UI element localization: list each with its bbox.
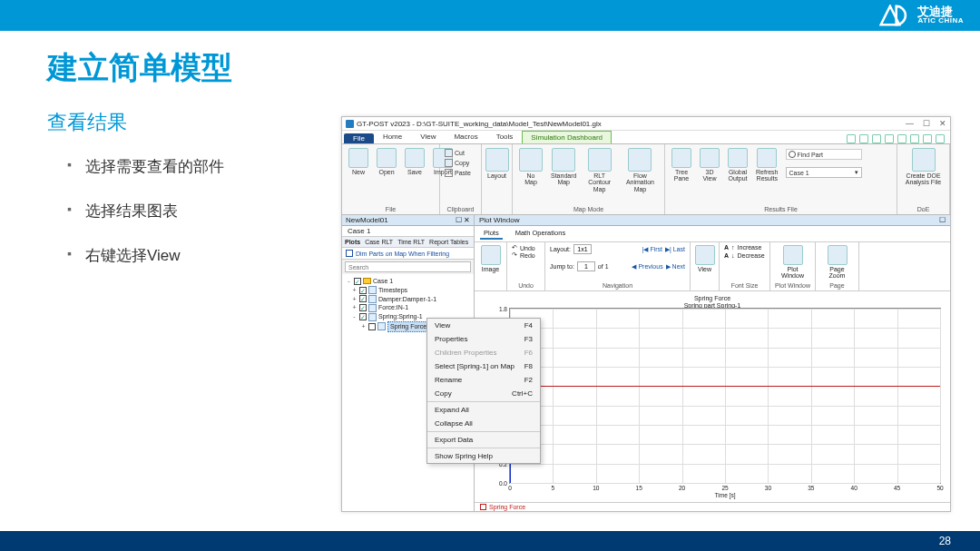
- logo-text-en: ATIC CHINA: [917, 17, 964, 25]
- plotwindow-button[interactable]: Plot Window: [775, 244, 810, 280]
- tab-caserlt[interactable]: Case RLT: [365, 239, 393, 245]
- app-icon: [346, 120, 354, 128]
- tab-view[interactable]: View: [411, 130, 445, 143]
- menu-item[interactable]: ViewF4: [427, 319, 540, 332]
- image-button[interactable]: Image: [479, 244, 502, 273]
- rltmap-button[interactable]: RLT Contour Map: [583, 147, 615, 193]
- ribbon: New Open Save Import File Cut Copy Paste…: [342, 144, 950, 215]
- tree-item[interactable]: +✓Timesteps: [344, 286, 472, 295]
- page-number: 28: [939, 535, 951, 547]
- tree-root[interactable]: -✓Case 1: [344, 277, 472, 286]
- pane-header: NewModel01 ☐ ✕: [342, 215, 474, 226]
- last-button[interactable]: ▶| Last: [665, 246, 685, 253]
- tab-report[interactable]: Report Tables: [429, 239, 468, 245]
- tree-item[interactable]: +✓Damper:Damper-1-1: [344, 295, 472, 304]
- find-part-input[interactable]: Find Part: [786, 149, 862, 160]
- doe-button[interactable]: Create DOE Analysis File: [902, 147, 945, 187]
- qat-icon[interactable]: [859, 134, 868, 143]
- ribbon-tabs: File Home View Macros Tools Simulation D…: [342, 131, 950, 144]
- flowanim-button[interactable]: Flow Animation Map: [621, 147, 660, 193]
- pagezoom-button[interactable]: Page Zoom: [820, 244, 854, 280]
- tab-macros[interactable]: Macros: [445, 130, 486, 143]
- undo-button[interactable]: ↶Undo: [512, 244, 540, 251]
- decrease-font-button[interactable]: A↓ Decrease: [724, 252, 765, 259]
- case-selector[interactable]: Case 1▾: [786, 167, 862, 178]
- group-label: Map Mode: [517, 204, 660, 212]
- menu-item[interactable]: Export Data: [427, 433, 540, 447]
- close-icon[interactable]: ✕: [939, 119, 946, 128]
- group-label: File: [347, 204, 435, 212]
- cut-button[interactable]: Cut: [445, 149, 476, 157]
- group-label: [486, 211, 507, 212]
- increase-font-button[interactable]: A↑ Increase: [724, 244, 765, 251]
- tab-home[interactable]: Home: [374, 130, 411, 143]
- case-header[interactable]: Case 1: [342, 226, 474, 237]
- 3dview-button[interactable]: 3D View: [698, 147, 721, 183]
- tree-search[interactable]: [345, 261, 471, 272]
- save-button[interactable]: Save: [403, 147, 426, 176]
- ribbon-group-results: Tree Pane 3D View Global Output Refresh …: [665, 144, 897, 214]
- menu-item[interactable]: Collapse All: [427, 417, 540, 430]
- slide-title: 建立简单模型: [47, 47, 980, 89]
- tab-plots[interactable]: Plots: [345, 239, 360, 245]
- tab-timerlt[interactable]: Time RLT: [397, 239, 425, 245]
- menu-item[interactable]: PropertiesF3: [427, 332, 540, 346]
- nomap-button[interactable]: No Map: [517, 147, 544, 193]
- qat-icon[interactable]: [872, 134, 881, 143]
- new-button[interactable]: New: [347, 147, 370, 176]
- next-button[interactable]: ▶ Next: [666, 263, 685, 271]
- pane-menu-icon[interactable]: ☐: [939, 216, 946, 224]
- paste-button[interactable]: Paste: [445, 169, 476, 177]
- qat-icon[interactable]: [897, 134, 906, 143]
- first-button[interactable]: |◀ First: [642, 246, 662, 253]
- plot-area[interactable]: 051015202530354045500.00.21.8Time [s]: [509, 308, 941, 484]
- globaloutput-button[interactable]: Global Output: [726, 147, 750, 183]
- ribbon-group-doe: Create DOE Analysis File DoE: [897, 144, 950, 214]
- copy-button[interactable]: Copy: [445, 159, 476, 167]
- ribbon-group-clipboard: Cut Copy Paste Clipboard: [440, 144, 482, 214]
- layout-select[interactable]: [573, 244, 592, 254]
- prev-button[interactable]: ◀ Previous: [632, 263, 662, 271]
- cut-icon: [445, 149, 453, 157]
- maximize-icon[interactable]: ☐: [923, 119, 930, 128]
- menu-item[interactable]: Select [Spring-1] on MapF8: [427, 359, 540, 373]
- close-icon[interactable]: ✕: [464, 216, 470, 224]
- tab-sim-dashboard[interactable]: Simulation Dashboard: [522, 131, 612, 143]
- qat-icon[interactable]: [847, 134, 856, 143]
- qat-icon[interactable]: [910, 134, 919, 143]
- view-button[interactable]: View: [695, 244, 714, 273]
- menu-item[interactable]: Expand All: [427, 403, 540, 417]
- standardmap-button[interactable]: Standard Map: [549, 147, 578, 193]
- ribbon-group-mapmode: No Map Standard Map RLT Contour Map Flow…: [513, 144, 665, 214]
- tab-plots[interactable]: Plots: [480, 228, 503, 240]
- pin-icon[interactable]: ☐: [456, 216, 462, 224]
- node-icon: [368, 313, 377, 321]
- plot-pane: Plot Window☐ Plots Math Operations Image…: [475, 215, 950, 511]
- refresh-button[interactable]: Refresh Results: [754, 147, 780, 183]
- plot-ribbon: Image ↶Undo ↷Redo Undo Layout: |◀ First …: [475, 242, 950, 291]
- redo-button[interactable]: ↷Redo: [512, 251, 540, 259]
- group-navigation: Layout: |◀ First ▶| Last Jump to: of 1 ◀…: [545, 242, 691, 290]
- open-button[interactable]: Open: [375, 147, 398, 176]
- qat-icon[interactable]: [936, 134, 945, 143]
- tab-math[interactable]: Math Operations: [512, 228, 569, 240]
- redo-icon: ↷: [512, 251, 517, 259]
- file-tab[interactable]: File: [344, 133, 374, 143]
- qat-icon[interactable]: [885, 134, 894, 143]
- menu-item[interactable]: CopyCtrl+C: [427, 387, 540, 400]
- search-input[interactable]: [345, 261, 471, 272]
- dim-parts-checkbox[interactable]: Dim Parts on Map When Filtering: [342, 248, 474, 260]
- treepane-button[interactable]: Tree Pane: [670, 147, 693, 183]
- layout-button[interactable]: Layout: [486, 147, 507, 180]
- folder-icon: [363, 278, 371, 284]
- ribbon-group-file: New Open Save Import File: [342, 144, 440, 214]
- plot-sheet-tab[interactable]: Spring Force: [475, 502, 950, 511]
- logo-icon: [879, 5, 910, 26]
- tab-tools[interactable]: Tools: [487, 130, 523, 143]
- menu-item[interactable]: RenameF2: [427, 373, 540, 387]
- menu-item[interactable]: Show Spring Help: [427, 449, 540, 463]
- qat-icon[interactable]: [923, 134, 932, 143]
- tree-item[interactable]: +✓Force:IN-1: [344, 303, 472, 312]
- jump-input[interactable]: [577, 261, 595, 271]
- minimize-icon[interactable]: —: [906, 119, 914, 128]
